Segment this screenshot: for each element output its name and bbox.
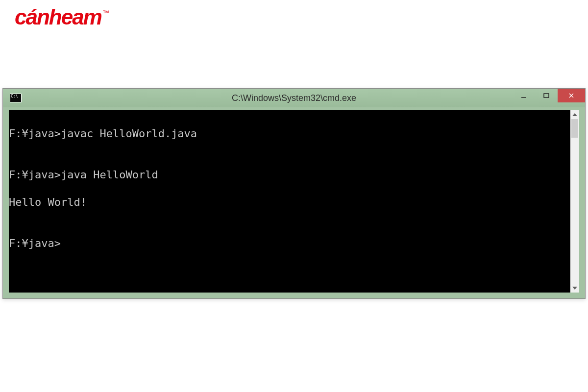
terminal-output[interactable]: F:¥java>javac HelloWorld.java F:¥java>ja…: [9, 110, 570, 293]
terminal-line: F:¥java>java HelloWorld: [9, 168, 570, 182]
scroll-track[interactable]: [570, 119, 579, 284]
minimize-icon: [521, 93, 527, 98]
window-controls: [513, 89, 585, 102]
maximize-icon: [543, 93, 549, 98]
window-titlebar[interactable]: C:\Windows\System32\cmd.exe: [3, 89, 585, 107]
window-title: C:\Windows\System32\cmd.exe: [232, 93, 356, 103]
brand-logo: cánheam ™: [15, 5, 108, 29]
close-button[interactable]: [558, 89, 585, 102]
scroll-thumb[interactable]: [571, 119, 578, 138]
maximize-button[interactable]: [535, 89, 558, 102]
brand-logo-text: cánheam: [15, 5, 101, 29]
terminal-line: F:¥java>: [9, 237, 570, 250]
scroll-up-arrow-icon[interactable]: [570, 110, 579, 119]
cmd-icon: [10, 94, 22, 102]
terminal-line: F:¥java>javac HelloWorld.java: [9, 127, 570, 141]
minimize-button[interactable]: [513, 89, 535, 102]
terminal-line: Hello World!: [9, 196, 570, 209]
trademark-symbol: ™: [102, 9, 108, 17]
cmd-window: C:\Windows\System32\cmd.exe F:¥java>java…: [2, 88, 586, 299]
svg-rect-1: [544, 94, 549, 98]
vertical-scrollbar[interactable]: [570, 110, 579, 293]
scroll-down-arrow-icon[interactable]: [570, 284, 579, 293]
close-icon: [568, 93, 574, 98]
